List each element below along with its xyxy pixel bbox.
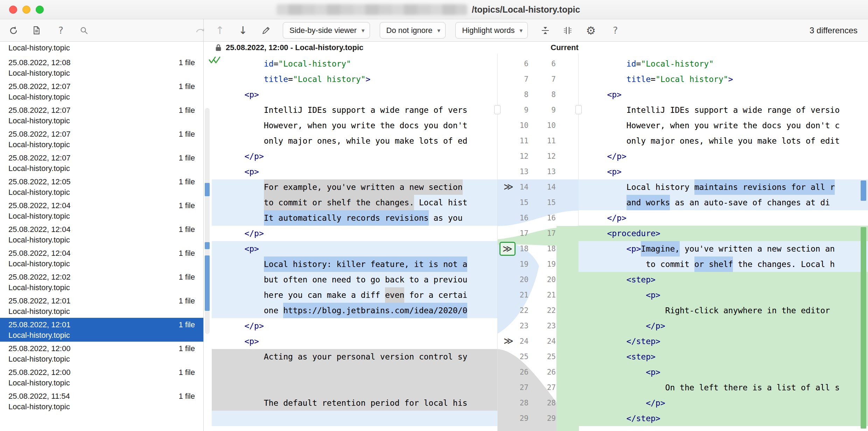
code-line: It automatically records revisions as yo… [212,210,497,226]
file-count: 1 file [179,129,195,139]
revision-name: Local-history.topic [8,354,195,364]
collapse-lines-icon [541,26,550,35]
code-segment [588,56,626,71]
gutter-row: 1313 [498,164,578,179]
right-code: id="Local-history" title="Local history"… [579,56,868,426]
line-number-right: 28 [536,395,556,411]
file-count: 1 file [179,105,195,116]
line-number-left: 14 [509,179,528,195]
minimize-button[interactable] [22,6,30,14]
list-item[interactable]: 25.08.2022, 12:071 fileLocal-history.top… [0,151,203,175]
code-segment: title [264,71,288,87]
code-line: </step> [579,334,868,349]
code-segment [225,318,244,334]
left-editor[interactable]: id="Local-history" title="Local history"… [204,54,497,431]
revert-file-button[interactable] [29,23,43,37]
collapse-unchanged-button[interactable] [538,23,552,37]
list-item[interactable]: 25.08.2022, 12:001 fileLocal-history.top… [0,342,203,365]
change-marker[interactable] [205,255,210,311]
align-changes-button[interactable] [561,23,575,37]
code-segment: > [366,71,371,87]
current-label: Current [539,42,590,54]
right-editor[interactable]: id="Local-history" title="Local history"… [579,54,868,431]
list-item[interactable]: 25.08.2022, 12:051 fileLocal-history.top… [0,175,203,199]
list-item[interactable]: 25.08.2022, 11:541 fileLocal-history.top… [0,389,203,413]
list-item[interactable]: Local-history.topic [0,42,203,56]
list-item[interactable]: 25.08.2022, 12:011 fileLocal-history.top… [0,318,203,342]
settings-button[interactable]: ⚙ [584,23,598,37]
list-item[interactable]: 25.08.2022, 12:041 fileLocal-history.top… [0,223,203,246]
code-line: here you can make a diff even for a cert… [212,287,497,303]
highlight-mode-dropdown[interactable]: Highlight words ▾ [455,22,528,39]
search-field[interactable] [80,23,193,38]
code-segment: It automatically records revisions [264,210,429,226]
revision-name: Local-history.topic [8,402,195,412]
revision-date: 25.08.2022, 11:54 [8,391,70,402]
change-marker[interactable] [861,180,866,201]
list-item[interactable]: 25.08.2022, 12:001 fileLocal-history.top… [0,365,203,389]
list-item[interactable]: 25.08.2022, 12:021 fileLocal-history.top… [0,270,203,294]
gutter-rows: 667788991010111112121313≫141415151616171… [498,56,578,426]
close-button[interactable] [9,6,17,14]
code-segment [225,411,230,426]
code-segment: Local history: killer feature, it is not… [264,256,468,272]
gutter-row: 2121 [498,287,578,303]
line-number-right: 21 [536,287,556,303]
gutter-row: 2222 [498,303,578,318]
line-number-left: 6 [509,56,528,71]
gutter-row: 2525 [498,349,578,364]
line-number-left: 9 [509,102,528,118]
help-icon: ? [613,25,618,36]
redacted-title-segment [276,4,467,15]
list-item[interactable]: 25.08.2022, 12:071 fileLocal-history.top… [0,103,203,127]
diff-help-button[interactable]: ? [608,23,622,37]
list-item[interactable]: 25.08.2022, 12:071 fileLocal-history.top… [0,127,203,151]
ignore-mode-dropdown[interactable]: Do not ignore ▾ [380,22,446,39]
code-line: <p> [579,164,868,179]
undo-button[interactable] [6,23,20,37]
line-number-right: 12 [536,149,556,164]
code-line: <step> [579,349,868,364]
viewer-mode-dropdown[interactable]: Side-by-side viewer ▾ [283,22,370,39]
next-change-button[interactable]: ↓ [236,23,250,37]
previous-change-button[interactable]: ↑ [213,23,227,37]
change-marker[interactable] [205,242,210,249]
list-item[interactable]: 25.08.2022, 12:011 fileLocal-history.top… [0,294,203,318]
revision-name: Local-history.topic [8,187,195,198]
code-segment: here you can make a diff [225,287,385,303]
line-number-right: 9 [536,102,556,118]
list-item[interactable]: 25.08.2022, 12:041 fileLocal-history.top… [0,246,203,270]
gutter-row: 2727 [498,380,578,395]
list-item[interactable]: 25.08.2022, 12:041 fileLocal-history.top… [0,199,203,223]
code-segment: as you [429,210,463,226]
code-segment [225,56,264,71]
line-number-right: 11 [536,133,556,149]
line-number-right: 24 [536,334,556,349]
code-line: </p> [212,226,497,241]
code-segment [225,241,244,256]
zoom-button[interactable] [36,6,44,14]
list-item[interactable]: 25.08.2022, 12:071 fileLocal-history.top… [0,80,203,103]
file-count: 1 file [179,391,195,402]
line-number-left: 8 [509,87,528,102]
code-segment: "Local-history" [278,56,351,71]
code-segment: = [651,71,656,87]
revision-meta: 25.08.2022, 12:051 file [8,177,195,187]
added-marker[interactable] [861,227,866,429]
revision-meta: 25.08.2022, 12:001 file [8,343,195,354]
line-number-left: 26 [509,364,528,380]
search-input[interactable] [91,23,193,38]
code-segment: IntelliJ IDEs support a wide range of ve… [588,102,840,118]
change-marker[interactable] [205,183,210,196]
help-button[interactable]: ? [54,23,68,37]
gutter-row: 2020 [498,272,578,287]
list-item[interactable]: 25.08.2022, 12:081 fileLocal-history.top… [0,56,203,80]
revision-date: 25.08.2022, 12:00 [8,367,70,378]
code-segment: On the left there is a list of all s [588,380,840,395]
gutter-row: 1111 [498,133,578,149]
line-number-right: 16 [536,210,556,226]
code-line: Local history: killer feature, it is not… [212,256,497,272]
edit-source-button[interactable] [259,23,273,37]
line-number-left: 19 [509,256,528,272]
line-number-right: 20 [536,272,556,287]
